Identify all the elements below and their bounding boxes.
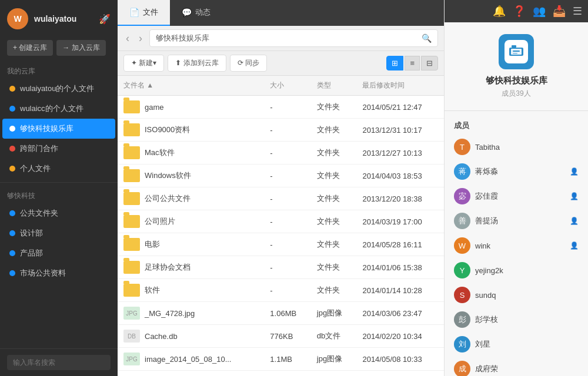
menu-icon[interactable]: ☰ [573,5,582,18]
view-grid-button[interactable]: ⊞ [386,56,403,70]
file-size: - [264,256,310,279]
tab-activity[interactable]: 💬 动态 [170,0,222,26]
member-name: 宓佳霞 [475,191,565,202]
library-logo-inner [505,40,528,63]
member-item[interactable]: 蒋 蒋烁淼 👤 [445,159,588,184]
help-icon[interactable]: ❓ [513,5,526,18]
col-header-date: 最后修改时间 [356,76,444,96]
search-input[interactable] [7,355,111,370]
notification-icon[interactable]: 🔔 [493,5,506,18]
member-item[interactable]: 成 成府荣 [445,357,588,376]
table-row[interactable]: JPG _MG_4728.jpg 1.06MB jpg图像 2014/03/06… [118,302,444,325]
create-library-button[interactable]: + 创建云库 [7,40,53,56]
file-type: 文件夹 [311,119,357,142]
member-item[interactable]: S sundq [445,283,588,307]
file-name: 足球协会文档 [145,262,191,273]
sidebar-item-wulaiyatou[interactable]: wulaiyatou的个人文件 [2,79,115,99]
file-type: 文件夹 [311,233,357,256]
file-type: db文件 [311,325,357,348]
sidebar-item-gokuai-ent[interactable]: 够快科技娱乐库 [2,119,115,139]
admin-icon: 👤 [570,217,579,225]
jpg-icon: JPG [123,307,140,320]
table-row[interactable]: 足球协会文档 - 文件夹 2014/01/06 15:38 [118,256,444,279]
member-avatar: Y [454,262,470,278]
sidebar-item-wulaicc[interactable]: wulaicc的个人文件 [2,99,115,119]
folder-icon [123,146,140,159]
member-avatar: 蒋 [454,163,470,180]
tab-bar: 📄 文件 💬 动态 [118,0,444,26]
action-bar: ✦ 新建▾ ⬆ 添加到云库 ⟳ 同步 ⊞ ≡ ⊟ [118,51,444,76]
table-row[interactable]: 公司公共文件 - 文件夹 2013/12/20 18:38 [118,187,444,210]
tab-files[interactable]: 📄 文件 [118,0,170,26]
col-header-type: 类型 [311,76,357,96]
users-icon[interactable]: 👥 [533,5,546,18]
file-name: game [145,103,164,112]
folder-icon [123,192,140,205]
back-button[interactable]: ‹ [123,31,132,46]
file-type: 文件夹 [311,256,357,279]
member-avatar: 宓 [454,188,470,204]
sidebar: W wulaiyatou 🚀 + 创建云库 → 加入云库 我的云库 wulaiy… [0,0,118,376]
search-icon[interactable]: 🔍 [422,33,432,43]
sidebar-item-cross-dept[interactable]: 跨部门合作 [2,139,115,159]
table-row[interactable]: Windows软件 - 文件夹 2014/04/03 18:53 [118,164,444,187]
member-avatar: W [454,237,470,254]
member-name: yejing2k [475,266,579,275]
table-row[interactable]: game - 文件夹 2014/05/21 12:47 [118,96,444,119]
table-row[interactable]: DB Cache.db 776KB db文件 2014/02/20 10:34 [118,325,444,348]
file-size: - [264,187,310,210]
member-name: 成府荣 [475,364,579,374]
table-row[interactable]: 公司照片 - 文件夹 2014/03/19 17:00 [118,210,444,233]
admin-icon: 👤 [570,167,579,176]
member-name: sundq [475,291,579,300]
member-avatar: S [454,287,470,303]
dot-icon [9,86,15,92]
dot-icon [9,146,15,152]
view-list-button[interactable]: ≡ [405,56,420,70]
table-row[interactable]: JPG image_2014_05_08_10... 1.1MB jpg图像 2… [118,348,444,371]
rocket-icon[interactable]: 🚀 [99,14,111,25]
path-bar: 够快科技娱乐库 🔍 [149,29,438,47]
member-item[interactable]: 刘 刘星 [445,332,588,357]
dot-icon [9,250,15,256]
table-row[interactable]: ISO9000资料 - 文件夹 2013/12/31 10:17 [118,119,444,142]
file-type: 文件夹 [311,279,357,302]
new-button[interactable]: ✦ 新建▾ [123,55,164,72]
table-row[interactable]: Mac软件 - 文件夹 2013/12/27 10:13 [118,142,444,164]
sync-button[interactable]: ⟳ 同步 [230,55,267,72]
folder-icon [123,123,140,136]
add-to-library-button[interactable]: ⬆ 添加到云库 [168,55,226,72]
folder-icon [123,238,140,251]
username: wulaiyatou [34,14,93,24]
table-row[interactable]: 电影 - 文件夹 2014/05/28 16:11 [118,233,444,256]
sidebar-item-public-folder[interactable]: 公共文件夹 [2,203,115,223]
member-item[interactable]: T Tabitha [445,135,588,159]
view-thumb-button[interactable]: ⊟ [421,56,438,70]
sidebar-item-personal[interactable]: 个人文件 [2,159,115,179]
col-header-name[interactable]: 文件名 ▲ [118,76,264,96]
sidebar-item-product[interactable]: 产品部 [2,243,115,263]
join-library-button[interactable]: → 加入云库 [56,40,105,56]
member-item[interactable]: 彭 彭学枝 [445,307,588,332]
forward-button[interactable]: › [136,31,145,46]
file-date: 2013/12/31 10:17 [356,119,444,142]
admin-icon: 👤 [570,241,579,250]
member-item[interactable]: 善 善提汤 👤 [445,209,588,233]
file-name: Cache.db [145,332,178,341]
member-name: 蒋烁淼 [475,166,565,177]
member-count: 成员39人 [502,89,530,99]
member-item[interactable]: Y yejing2k [445,258,588,283]
file-date: 2014/05/21 12:47 [356,96,444,119]
file-size: - [264,96,310,119]
my-library-label: 我的云库 [0,62,118,79]
member-item[interactable]: 宓 宓佳霞 👤 [445,184,588,209]
table-row[interactable]: 软件 - 文件夹 2014/01/14 10:28 [118,279,444,302]
sidebar-item-design[interactable]: 设计部 [2,223,115,243]
download-icon[interactable]: 📥 [553,5,566,18]
user-header: W wulaiyatou 🚀 [0,0,118,38]
member-item[interactable]: W wink 👤 [445,233,588,258]
sidebar-item-market[interactable]: 市场公共资料 [2,263,115,283]
file-type: 文件夹 [311,142,357,164]
file-name: Mac软件 [145,147,175,158]
library-logo [499,34,534,69]
